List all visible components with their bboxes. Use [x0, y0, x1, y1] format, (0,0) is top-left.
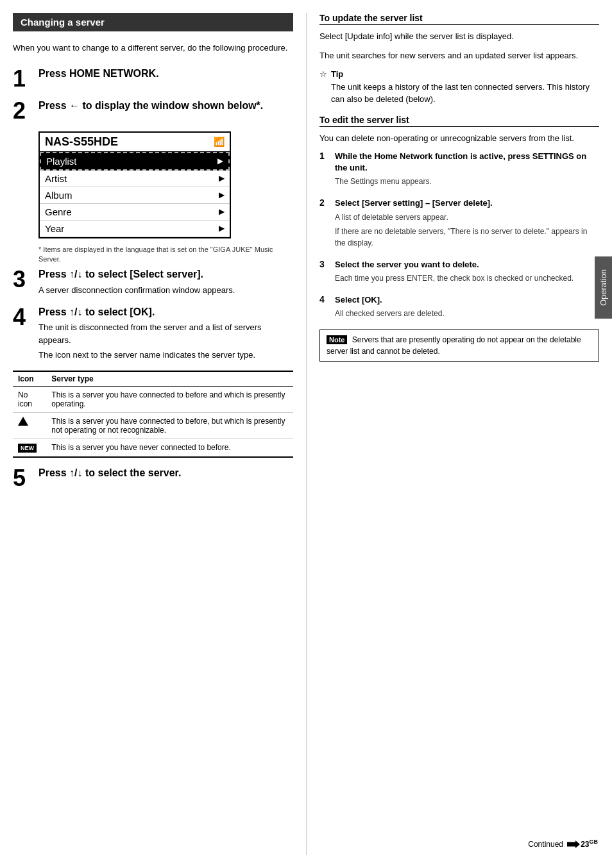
step-2: 2 Press ← to display the window shown be… [13, 99, 293, 122]
tip-content: The unit keeps a history of the last ten… [331, 82, 590, 104]
sub-step-3-title: Select the server you want to delete. [335, 259, 599, 271]
step-2-title: Press ← to display the window shown belo… [38, 99, 293, 113]
step-4-desc1: The unit is disconnected from the server… [38, 321, 293, 346]
sub-step-2-title: Select [Server setting] – [Server delete… [335, 197, 599, 209]
sidebar-operation-tab: Operation [595, 256, 612, 319]
right-column: To update the server list Select [Update… [306, 13, 599, 855]
step-2-number: 2 [13, 99, 32, 122]
step-2-content: Press ← to display the window shown belo… [38, 99, 293, 115]
sub-step-1-content: While the Home Network function is activ… [335, 151, 599, 190]
menu-arrow-artist: ▶ [219, 174, 225, 183]
sub-step-1: 1 While the Home Network function is act… [319, 151, 599, 190]
step-4-desc2: The icon next to the server name indicat… [38, 349, 293, 362]
server-menu-year: Year ▶ [40, 221, 230, 237]
sub-step-4-title: Select [OK]. [335, 294, 599, 306]
step-5-number: 5 [13, 467, 32, 490]
sub-step-1-desc: The Settings menu appears. [335, 176, 599, 187]
left-column: Changing a server When you want to chang… [13, 13, 306, 855]
server-menu-genre: Genre ▶ [40, 204, 230, 221]
server-type-new: This is a server you have never connecte… [46, 438, 293, 457]
tip-label: Tip [331, 69, 343, 79]
menu-arrow-genre: ▶ [219, 207, 225, 216]
step-3-desc: A server disconnection confirmation wind… [38, 284, 293, 297]
sub-step-1-title: While the Home Network function is activ… [335, 151, 599, 174]
step-4: 4 Press ↑/↓ to select [OK]. The unit is … [13, 306, 293, 362]
server-window-header: NAS-S55HDE 📶 [40, 133, 230, 152]
continued-row: Continued [528, 840, 580, 849]
step-3-title: Press ↑/↓ to select [Select server]. [38, 268, 293, 281]
icon-new: NEW [13, 438, 46, 457]
edit-intro: You can delete non-operating or unrecogn… [319, 132, 599, 145]
wifi-icon: 📶 [214, 137, 225, 147]
icon-table-col-server: Server type [46, 371, 293, 387]
server-menu-album: Album ▶ [40, 187, 230, 204]
update-text-1: Select [Update info] while the server li… [319, 30, 599, 43]
server-name: NAS-S55HDE [45, 135, 118, 149]
server-type-no-icon: This is a server you have connected to b… [46, 386, 293, 412]
step-4-content: Press ↑/↓ to select [OK]. The unit is di… [38, 306, 293, 362]
step-1-number: 1 [13, 67, 32, 90]
sub-step-2-desc1: A list of deletable servers appear. [335, 212, 599, 223]
table-row: ! This is a server you have connected to… [13, 412, 293, 438]
step-1-title: Press HOME NETWORK. [38, 67, 293, 81]
sub-step-4-desc: All checked servers are deleted. [335, 308, 599, 319]
sub-step-1-number: 1 [319, 151, 331, 161]
server-window: NAS-S55HDE 📶 Playlist ▶ Artist ▶ Album ▶… [38, 131, 231, 238]
sub-step-3-number: 3 [319, 259, 331, 269]
continued-arrow-icon [567, 840, 580, 848]
icon-table: Icon Server type No icon This is a serve… [13, 371, 293, 458]
sub-step-2: 2 Select [Server setting] – [Server dele… [319, 197, 599, 251]
sub-step-4-content: Select [OK]. All checked servers are del… [335, 294, 599, 322]
menu-label-artist: Artist [45, 173, 67, 184]
sub-step-3-content: Select the server you want to delete. Ea… [335, 259, 599, 287]
table-row: NEW This is a server you have never conn… [13, 438, 293, 457]
step-3-number: 3 [13, 268, 32, 291]
footnote: * Items are displayed in the language th… [38, 245, 293, 265]
tip-icon: ☆ [319, 69, 327, 79]
edit-server-title: To edit the server list [319, 115, 599, 127]
server-menu-artist: Artist ▶ [40, 171, 230, 187]
step-1: 1 Press HOME NETWORK. [13, 67, 293, 90]
tip-text: Tip The unit keeps a history of the last… [331, 68, 599, 106]
step-5: 5 Press ↑/↓ to select the server. [13, 467, 293, 490]
new-badge: NEW [18, 444, 37, 453]
update-server-title: To update the server list [319, 13, 599, 25]
server-type-warning: This is a server you have connected to b… [46, 412, 293, 438]
sub-step-3-desc: Each time you press ENTER, the check box… [335, 272, 599, 284]
menu-arrow-album: ▶ [219, 190, 225, 199]
sub-step-4-number: 4 [319, 294, 331, 305]
server-menu-playlist: Playlist ▶ [40, 152, 230, 171]
step-4-title: Press ↑/↓ to select [OK]. [38, 306, 293, 319]
menu-label-playlist: Playlist [46, 156, 77, 167]
note-box: Note Servers that are presently operatin… [319, 330, 599, 362]
section-title: Changing a server [13, 13, 293, 31]
icon-warning: ! [13, 412, 46, 438]
intro-text: When you want to change to a different s… [13, 42, 293, 54]
sub-step-2-desc2: If there are no deletable servers, "Ther… [335, 226, 599, 249]
menu-arrow-year: ▶ [219, 224, 225, 233]
note-text: Servers that are presently operating do … [327, 335, 581, 356]
page-number: 23GB [581, 839, 598, 849]
menu-label-genre: Genre [45, 206, 72, 217]
icon-table-col-icon: Icon [13, 371, 46, 387]
step-5-title: Press ↑/↓ to select the server. [38, 467, 293, 480]
menu-label-year: Year [45, 223, 64, 234]
sub-step-2-content: Select [Server setting] – [Server delete… [335, 197, 599, 251]
step-3: 3 Press ↑/↓ to select [Select server]. A… [13, 268, 293, 296]
menu-arrow-playlist: ▶ [217, 156, 223, 165]
table-row: No icon This is a server you have connec… [13, 386, 293, 412]
note-label: Note [327, 335, 347, 344]
step-3-content: Press ↑/↓ to select [Select server]. A s… [38, 268, 293, 296]
continued-label: Continued [528, 840, 563, 849]
tip-box: ☆ Tip The unit keeps a history of the la… [319, 68, 599, 106]
menu-label-album: Album [45, 190, 72, 201]
step-1-content: Press HOME NETWORK. [38, 67, 293, 83]
sub-step-3: 3 Select the server you want to delete. … [319, 259, 599, 287]
step-4-number: 4 [13, 306, 32, 329]
icon-no-icon: No icon [13, 386, 46, 412]
step-5-content: Press ↑/↓ to select the server. [38, 467, 293, 483]
sub-step-2-number: 2 [319, 197, 331, 208]
sub-step-4: 4 Select [OK]. All checked servers are d… [319, 294, 599, 322]
update-text-2: The unit searches for new servers and an… [319, 49, 599, 62]
